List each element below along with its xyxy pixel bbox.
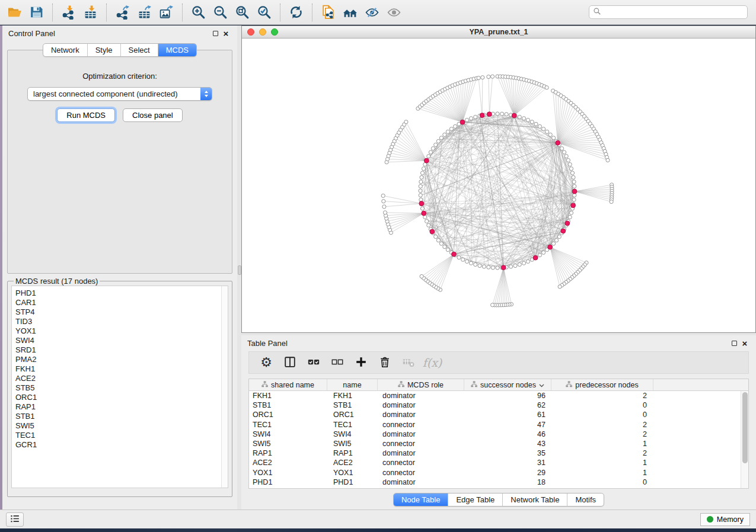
criterion-select[interactable]: largest connected component (undirected) bbox=[27, 87, 212, 101]
mcds-result-item[interactable]: FKH1 bbox=[15, 364, 219, 374]
network-canvas[interactable] bbox=[242, 39, 755, 332]
network-node[interactable] bbox=[538, 254, 541, 257]
mcds-dominator-node[interactable] bbox=[422, 211, 426, 216]
network-node[interactable] bbox=[431, 147, 435, 150]
mcds-dominator-node[interactable] bbox=[424, 158, 429, 163]
network-node[interactable] bbox=[566, 158, 570, 162]
tab-network-table[interactable]: Network Table bbox=[502, 493, 567, 506]
float-table-panel-button[interactable] bbox=[729, 338, 739, 348]
mcds-dominator-node[interactable] bbox=[480, 113, 484, 118]
settings-button[interactable]: ⚙ bbox=[256, 353, 276, 372]
show-graphics-details-button[interactable] bbox=[383, 2, 405, 23]
network-node[interactable] bbox=[427, 155, 430, 158]
network-node[interactable] bbox=[382, 200, 385, 203]
table-row[interactable]: SWI4SWI4dominator462 bbox=[249, 430, 748, 439]
network-node[interactable] bbox=[606, 158, 610, 162]
network-node[interactable] bbox=[563, 150, 566, 154]
network-node[interactable] bbox=[477, 76, 480, 80]
delete-row-button[interactable] bbox=[375, 353, 395, 372]
network-node[interactable] bbox=[552, 242, 556, 245]
network-node[interactable] bbox=[570, 171, 574, 175]
network-node[interactable] bbox=[522, 261, 525, 265]
tab-select[interactable]: Select bbox=[120, 44, 158, 56]
network-node[interactable] bbox=[465, 118, 468, 122]
network-node[interactable] bbox=[436, 239, 440, 242]
mcds-result-item[interactable]: PHD1 bbox=[15, 289, 219, 298]
mcds-result-item[interactable]: STP4 bbox=[15, 307, 219, 317]
network-node[interactable] bbox=[461, 258, 465, 261]
network-node[interactable] bbox=[572, 175, 575, 179]
mcds-result-item[interactable]: TID3 bbox=[15, 317, 219, 326]
network-node[interactable] bbox=[548, 133, 552, 136]
mcds-dominator-node[interactable] bbox=[548, 245, 553, 249]
scrollbar-thumb[interactable] bbox=[742, 392, 748, 463]
network-node[interactable] bbox=[487, 265, 490, 269]
table-row[interactable]: FKH1FKH1dominator962 bbox=[249, 391, 748, 400]
network-node[interactable] bbox=[420, 171, 424, 175]
mcds-dominator-node[interactable] bbox=[572, 189, 577, 194]
search-input[interactable] bbox=[604, 6, 747, 18]
network-node[interactable] bbox=[568, 215, 572, 219]
network-node[interactable] bbox=[469, 117, 473, 120]
list-scrollbar[interactable] bbox=[221, 286, 228, 488]
network-node[interactable] bbox=[465, 259, 468, 263]
network-node[interactable] bbox=[419, 194, 422, 197]
network-node[interactable] bbox=[546, 130, 549, 133]
mcds-dominator-node[interactable] bbox=[561, 229, 566, 233]
network-node[interactable] bbox=[573, 184, 576, 188]
deselect-all-button[interactable] bbox=[327, 353, 347, 372]
network-node[interactable] bbox=[569, 167, 573, 171]
run-mcds-button[interactable]: Run MCDS bbox=[57, 108, 115, 122]
network-node[interactable] bbox=[530, 120, 534, 124]
table-row[interactable]: PHD1PHD1dominator180 bbox=[249, 477, 748, 487]
mcds-result-item[interactable]: RAP1 bbox=[15, 402, 219, 412]
network-node[interactable] bbox=[496, 112, 499, 116]
vertical-splitter[interactable] bbox=[237, 25, 241, 509]
network-node[interactable] bbox=[487, 75, 490, 79]
mcds-dominator-node[interactable] bbox=[533, 255, 538, 260]
network-view-titlebar[interactable]: YPA_prune.txt_1 bbox=[242, 26, 755, 39]
column-header-shared-name[interactable]: shared name bbox=[249, 379, 327, 390]
network-node[interactable] bbox=[569, 211, 573, 214]
network-node[interactable] bbox=[509, 265, 513, 268]
hide-graphics-details-button[interactable] bbox=[361, 2, 383, 23]
network-node[interactable] bbox=[564, 155, 568, 158]
mcds-dominator-node[interactable] bbox=[419, 201, 424, 206]
network-node[interactable] bbox=[526, 259, 529, 263]
network-node[interactable] bbox=[419, 180, 423, 184]
network-node[interactable] bbox=[491, 303, 495, 307]
network-node[interactable] bbox=[429, 150, 432, 154]
mcds-result-item[interactable]: SRD1 bbox=[15, 345, 219, 355]
splitter-grip[interactable] bbox=[238, 265, 241, 275]
network-node[interactable] bbox=[542, 251, 546, 254]
network-node[interactable] bbox=[491, 266, 495, 270]
network-node[interactable] bbox=[518, 115, 521, 118]
network-node[interactable] bbox=[420, 274, 423, 278]
mcds-result-item[interactable]: STB1 bbox=[15, 412, 219, 421]
refresh-button[interactable] bbox=[285, 2, 307, 23]
network-node[interactable] bbox=[474, 115, 477, 118]
tab-mcds[interactable]: MCDS bbox=[158, 44, 196, 56]
network-node[interactable] bbox=[513, 264, 517, 267]
table-scrollbar[interactable] bbox=[741, 391, 748, 488]
network-node[interactable] bbox=[454, 124, 457, 128]
doc-network-button[interactable] bbox=[317, 2, 339, 23]
column-header-successor-nodes[interactable]: successor nodes bbox=[464, 379, 551, 390]
network-node[interactable] bbox=[446, 130, 449, 133]
mcds-result-item[interactable]: ORC1 bbox=[15, 393, 219, 402]
network-node[interactable] bbox=[522, 117, 525, 120]
tab-node-table[interactable]: Node Table bbox=[394, 493, 448, 506]
zoom-in-button[interactable] bbox=[187, 2, 209, 23]
columns-button[interactable] bbox=[280, 353, 300, 372]
task-history-button[interactable] bbox=[6, 512, 24, 527]
network-node[interactable] bbox=[383, 211, 387, 214]
mcds-result-list[interactable]: PHD1CAR1STP4TID3YOX1SWI4SRD1PMA2FKH1ACE2… bbox=[11, 286, 228, 488]
export-table-button[interactable] bbox=[133, 2, 155, 23]
column-header-name[interactable]: name bbox=[327, 379, 378, 390]
network-node[interactable] bbox=[419, 189, 422, 193]
network-node[interactable] bbox=[552, 136, 556, 140]
memory-button[interactable]: Memory bbox=[700, 513, 750, 526]
table-row[interactable]: STB1STB1dominator620 bbox=[249, 400, 748, 410]
network-node[interactable] bbox=[381, 194, 385, 197]
network-graph[interactable] bbox=[242, 39, 755, 332]
